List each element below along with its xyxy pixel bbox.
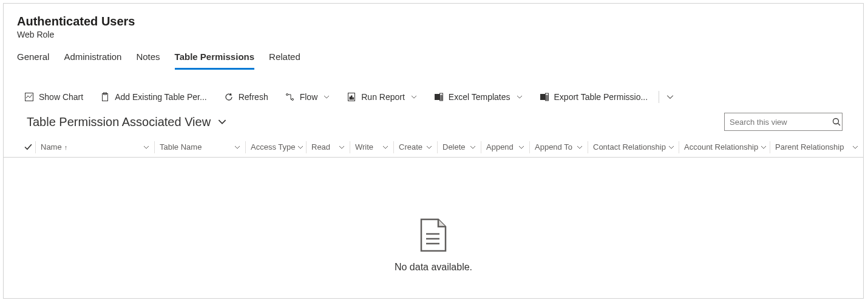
excel-templates-label: Excel Templates bbox=[449, 92, 510, 102]
run-report-button[interactable]: Run Report bbox=[339, 90, 424, 104]
export-button[interactable]: Export Table Permissio... bbox=[532, 90, 656, 104]
column-access-type[interactable]: Access Type bbox=[245, 141, 306, 153]
tab-table-permissions[interactable]: Table Permissions bbox=[175, 52, 254, 70]
column-label: Table Name bbox=[160, 142, 202, 152]
page-header: Authenticated Users Web Role bbox=[4, 4, 863, 42]
flow-label: Flow bbox=[300, 92, 318, 102]
page-title: Authenticated Users bbox=[17, 15, 850, 28]
chevron-down-icon bbox=[382, 144, 388, 150]
column-table-name[interactable]: Table Name bbox=[154, 141, 245, 153]
column-label: Name bbox=[41, 142, 62, 152]
column-create[interactable]: Create bbox=[393, 141, 437, 153]
chevron-down-icon bbox=[143, 144, 149, 150]
svg-rect-8 bbox=[353, 98, 354, 99]
chevron-down-icon bbox=[761, 144, 767, 150]
flow-icon bbox=[285, 92, 295, 102]
column-delete[interactable]: Delete bbox=[437, 141, 481, 153]
empty-message: No data available. bbox=[395, 262, 472, 273]
excel-templates-button[interactable]: Excel Templates bbox=[427, 90, 530, 104]
search-icon[interactable] bbox=[832, 117, 841, 127]
show-chart-button[interactable]: Show Chart bbox=[17, 90, 90, 104]
page-container: Authenticated Users Web Role General Adm… bbox=[3, 3, 864, 299]
svg-rect-6 bbox=[350, 97, 351, 99]
svg-rect-7 bbox=[351, 96, 353, 99]
refresh-label: Refresh bbox=[239, 92, 268, 102]
add-existing-button[interactable]: Add Existing Table Per... bbox=[93, 90, 214, 104]
command-bar: Show Chart Add Existing Table Per... Ref… bbox=[4, 82, 863, 109]
flow-button[interactable]: Flow bbox=[278, 90, 337, 104]
content-area: Authenticated Users Web Role General Adm… bbox=[4, 4, 863, 298]
column-label: Read bbox=[311, 142, 330, 152]
tab-bar: General Administration Notes Table Permi… bbox=[4, 42, 863, 70]
chevron-down-icon bbox=[411, 94, 417, 100]
column-label: Append bbox=[486, 142, 514, 152]
chart-icon bbox=[24, 92, 34, 102]
view-selector-row: Table Permission Associated View bbox=[4, 109, 863, 137]
svg-point-4 bbox=[291, 99, 293, 101]
column-label: Parent Relationship bbox=[775, 142, 844, 152]
run-report-label: Run Report bbox=[361, 92, 405, 102]
tab-related[interactable]: Related bbox=[269, 52, 300, 70]
svg-point-23 bbox=[833, 119, 839, 124]
column-label: Contact Relationship bbox=[593, 142, 666, 152]
excel-export-icon bbox=[540, 92, 549, 102]
chevron-down-icon bbox=[218, 118, 226, 126]
tab-notes[interactable]: Notes bbox=[136, 52, 160, 70]
document-icon bbox=[419, 218, 448, 252]
svg-rect-9 bbox=[435, 95, 439, 100]
column-name[interactable]: Name ↑ bbox=[35, 141, 154, 153]
column-parent-relationship[interactable]: Parent Relationship bbox=[770, 141, 863, 153]
chevron-down-icon bbox=[470, 144, 476, 150]
chevron-down-icon bbox=[518, 144, 524, 150]
view-title: Table Permission Associated View bbox=[27, 115, 211, 129]
show-chart-label: Show Chart bbox=[39, 92, 83, 102]
clipboard-icon bbox=[100, 92, 110, 102]
chevron-down-icon bbox=[852, 144, 858, 150]
empty-state: No data available. bbox=[4, 158, 863, 273]
svg-line-24 bbox=[838, 124, 841, 126]
chevron-down-icon bbox=[577, 144, 583, 150]
refresh-icon bbox=[224, 92, 234, 102]
grid-header: Name ↑ Table Name Access Type Read Write bbox=[4, 137, 863, 158]
column-label: Access Type bbox=[251, 142, 295, 152]
column-label: Create bbox=[399, 142, 422, 152]
refresh-button[interactable]: Refresh bbox=[217, 90, 276, 104]
add-existing-label: Add Existing Table Per... bbox=[115, 92, 207, 102]
chevron-down-icon bbox=[668, 144, 674, 150]
excel-icon bbox=[434, 92, 444, 102]
sort-ascending-icon: ↑ bbox=[64, 144, 68, 151]
column-label: Account Relationship bbox=[684, 142, 758, 152]
tab-general[interactable]: General bbox=[17, 52, 49, 70]
overflow-button[interactable] bbox=[663, 91, 677, 103]
body-inner: Show Chart Add Existing Table Per... Ref… bbox=[4, 82, 863, 298]
tab-administration[interactable]: Administration bbox=[64, 52, 121, 70]
chevron-down-icon bbox=[297, 144, 303, 150]
select-all-checkbox[interactable] bbox=[21, 143, 35, 151]
chevron-down-icon bbox=[517, 94, 523, 100]
column-label: Write bbox=[355, 142, 373, 152]
column-read[interactable]: Read bbox=[306, 141, 350, 153]
chevron-down-icon bbox=[666, 93, 674, 101]
column-account-relationship[interactable]: Account Relationship bbox=[679, 141, 770, 153]
svg-rect-16 bbox=[540, 95, 545, 100]
column-append[interactable]: Append bbox=[481, 141, 529, 153]
search-box[interactable] bbox=[724, 113, 843, 131]
column-contact-relationship[interactable]: Contact Relationship bbox=[588, 141, 679, 153]
chevron-down-icon bbox=[339, 144, 345, 150]
chevron-down-icon bbox=[426, 144, 432, 150]
column-append-to[interactable]: Append To bbox=[529, 141, 588, 153]
chevron-down-icon bbox=[234, 144, 240, 150]
column-label: Append To bbox=[535, 142, 572, 152]
column-write[interactable]: Write bbox=[350, 141, 393, 153]
view-selector[interactable]: Table Permission Associated View bbox=[27, 115, 226, 129]
svg-point-3 bbox=[286, 94, 288, 96]
page-subtitle: Web Role bbox=[17, 30, 850, 39]
chevron-down-icon bbox=[324, 94, 330, 100]
export-label: Export Table Permissio... bbox=[554, 92, 648, 102]
report-icon bbox=[347, 92, 356, 102]
toolbar-separator bbox=[659, 91, 659, 103]
body-scroll[interactable]: Show Chart Add Existing Table Per... Ref… bbox=[4, 82, 863, 298]
search-input[interactable] bbox=[730, 118, 832, 127]
column-label: Delete bbox=[442, 142, 466, 152]
